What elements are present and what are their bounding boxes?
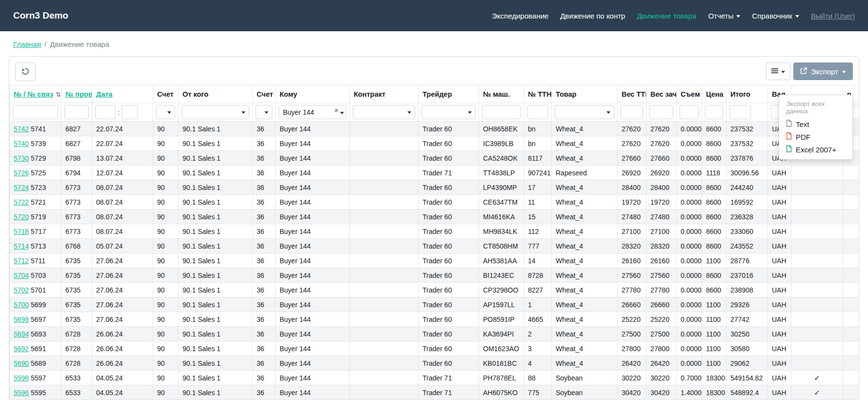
filter-input[interactable]	[680, 105, 699, 119]
cell: 90.1 Sales 1	[179, 312, 253, 327]
cell: Buyer 144	[276, 136, 350, 151]
filter-input[interactable]	[705, 105, 723, 119]
row-doc-link[interactable]: 5712	[14, 257, 29, 265]
row-doc-link[interactable]: 5596	[14, 389, 29, 397]
filter-combobox[interactable]: Buyer 144✕	[279, 105, 346, 119]
table-filter-row: :Buyer 144✕	[10, 103, 859, 122]
filter-select[interactable]	[422, 105, 476, 119]
cell: 27.06.24	[92, 268, 153, 283]
cell	[350, 297, 419, 312]
row-doc-link[interactable]: 5702	[14, 286, 29, 294]
cell: PO8591IP	[479, 312, 524, 327]
cell: 90	[153, 180, 179, 195]
export-menu-item[interactable]: Excel 2007+	[779, 143, 852, 156]
row-doc-link[interactable]: 5730	[14, 154, 29, 162]
cell: Wheat_4	[552, 210, 618, 224]
nav-item[interactable]: Движение товара	[637, 12, 696, 20]
cell: UAH	[768, 224, 791, 239]
row-doc-link[interactable]: 5700	[14, 301, 29, 309]
cell	[350, 136, 419, 151]
row-doc-link[interactable]: 5598	[14, 374, 29, 382]
row-doc-link[interactable]: 5724	[14, 184, 29, 191]
cell: 237876	[727, 151, 768, 166]
filter-select[interactable]	[156, 105, 175, 119]
cell: IC3989LB	[479, 136, 524, 151]
row-doc-link[interactable]: 5722	[14, 198, 29, 206]
row-doc-link[interactable]: 5718	[14, 228, 29, 235]
row-doc-link[interactable]: 5704	[14, 272, 29, 279]
row-doc-link[interactable]: 5692	[14, 345, 29, 353]
columns-toggle-button[interactable]	[766, 63, 790, 80]
nav-item[interactable]: Справочник	[752, 12, 799, 20]
column-sort-link[interactable]: № / № связ	[14, 90, 53, 98]
row-doc-link[interactable]: 5690	[14, 359, 29, 367]
row-doc-link[interactable]: 5698	[14, 316, 29, 323]
column-header: Съем	[677, 85, 702, 103]
filter-select[interactable]	[555, 105, 614, 119]
row-doc-link[interactable]: 5742	[14, 125, 29, 133]
row-doc-link[interactable]: 5740	[14, 140, 29, 147]
column-sort-link[interactable]: Дата	[96, 90, 113, 98]
cell: UAH	[768, 239, 791, 253]
nav-item[interactable]: Экспедирование	[492, 12, 548, 20]
cell	[350, 253, 419, 268]
cell: KB0181BC	[479, 356, 524, 371]
sort-icon[interactable]: ⇅	[56, 91, 61, 98]
cell: Trader 60	[419, 239, 479, 253]
table-row: 5730 5729679813.07.249090.1 Sales 136Buy…	[10, 151, 859, 166]
cell: 6735	[61, 283, 92, 297]
cell: 90	[153, 283, 179, 297]
cell: 27800	[618, 341, 646, 356]
filter-input[interactable]	[621, 105, 643, 119]
cell: KA3694PI	[479, 327, 524, 341]
cell	[350, 224, 419, 239]
cell	[791, 327, 843, 341]
filter-cell	[479, 103, 524, 122]
cell: 90.1 Sales 1	[179, 122, 253, 136]
cell-doc-numbers: 5596 5595	[10, 385, 61, 400]
nav-item[interactable]: Отчеты	[708, 12, 740, 20]
row-doc-link[interactable]: 5726	[14, 169, 29, 177]
filter-input[interactable]	[64, 105, 89, 119]
cell: 18300	[702, 385, 727, 400]
cell: 19720	[618, 195, 646, 210]
export-icon	[800, 67, 807, 76]
column-sort-link[interactable]: № пров.	[65, 90, 92, 98]
cell-doc-numbers: 5724 5723	[10, 180, 61, 195]
date-filter-input-from[interactable]	[95, 105, 116, 119]
cell: 26160	[618, 253, 646, 268]
export-menu-item[interactable]: Text	[779, 118, 852, 130]
filter-input[interactable]	[482, 105, 521, 119]
cell: 30580	[727, 341, 768, 356]
breadcrumb-home-link[interactable]: Главная	[13, 40, 41, 48]
filter-cell	[179, 103, 253, 122]
cell: 27560	[646, 268, 677, 283]
export-button[interactable]: Экспорт	[793, 63, 853, 80]
date-filter-input-to[interactable]	[121, 105, 138, 119]
filter-input[interactable]	[649, 105, 673, 119]
row-doc-link[interactable]: 5720	[14, 213, 29, 221]
row-doc-link[interactable]: 5714	[14, 242, 29, 250]
filter-input[interactable]	[527, 105, 548, 119]
clear-icon[interactable]: ✕	[334, 107, 339, 114]
filter-input[interactable]	[729, 105, 751, 119]
filter-select[interactable]	[182, 105, 249, 119]
refresh-button[interactable]	[15, 63, 36, 81]
filter-select[interactable]	[353, 105, 415, 119]
filter-input[interactable]	[13, 105, 58, 119]
breadcrumb: Главная/Движение товара	[0, 31, 868, 56]
cell: 27620	[618, 122, 646, 136]
filter-select[interactable]	[256, 105, 272, 119]
chevron-down-icon	[606, 111, 610, 114]
export-menu-item[interactable]: PDF	[779, 130, 852, 143]
cell: 6773	[61, 195, 92, 210]
nav-item[interactable]: Движение по контр	[560, 12, 625, 20]
cell: 26920	[646, 166, 677, 180]
nav-item[interactable]: Выйти (User)	[811, 12, 855, 20]
cell: 90	[153, 210, 179, 224]
cell: 19720	[646, 195, 677, 210]
cell: 8600	[702, 195, 727, 210]
cell: 27.06.24	[92, 312, 153, 327]
row-doc-link[interactable]: 5694	[14, 330, 29, 338]
cell: 27500	[646, 327, 677, 341]
